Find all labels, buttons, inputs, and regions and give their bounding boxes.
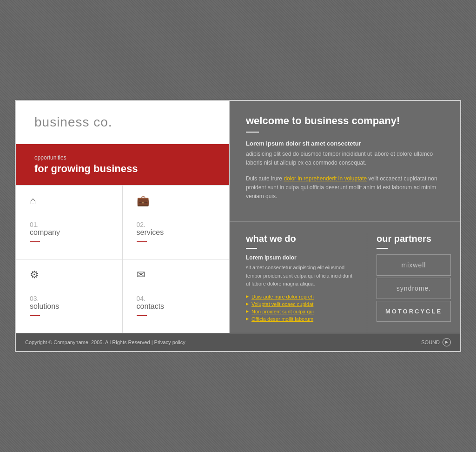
briefcase-icon: 💼 <box>137 195 149 207</box>
sound-icon[interactable]: ▶ <box>443 338 451 346</box>
partner-motorcycle[interactable]: MOTORCYCLE <box>377 301 451 322</box>
partners-title: our partners <box>377 233 451 244</box>
nav-number-1: 01. <box>30 221 39 228</box>
nav-label-2: services <box>137 228 164 237</box>
nav-underline-2 <box>137 241 147 242</box>
nav-underline-4 <box>137 315 147 316</box>
what-paragraph: sit amet consectetur adipiscing elit eiu… <box>246 264 357 288</box>
partner-mixwell[interactable]: mixwell <box>377 254 451 276</box>
gear-icon: ⚙ <box>30 269 39 281</box>
nav-item-solutions[interactable]: ⚙ 03. solutions <box>16 259 123 333</box>
main-container: business co. opportunities for growing b… <box>15 100 461 352</box>
sound-label: SOUND <box>421 339 440 345</box>
what-link-1[interactable]: Duis aute irure dolor repreh <box>251 294 314 299</box>
what-link-item-3: Non proident sunt culpa qui <box>246 309 357 314</box>
nav-item-contacts[interactable]: ✉ 04. contacts <box>123 259 230 333</box>
what-bold: Lorem ipsum dolor <box>246 254 357 261</box>
content-area: business co. opportunities for growing b… <box>16 101 460 333</box>
welcome-divider <box>246 132 259 133</box>
what-we-do-title: what we do <box>246 233 357 244</box>
nav-underline-1 <box>30 241 40 242</box>
para2-pre: Duis aute irure <box>246 175 284 182</box>
what-link-2[interactable]: Voluptat velit ocaec cupidat <box>251 301 313 307</box>
footer: Copyright © Companyname, 2005. All Right… <box>16 333 460 351</box>
welcome-bold: Lorem ipsum dolor sit amet consectetur <box>246 140 444 147</box>
logo-area: business co. <box>16 101 229 144</box>
nav-number-4: 04. <box>137 295 145 302</box>
nav-number-2: 02. <box>137 221 145 228</box>
nav-label-4: contacts <box>137 302 165 311</box>
banner-subtitle: opportunities <box>34 154 211 161</box>
what-we-do-divider <box>246 248 257 249</box>
footer-sound[interactable]: SOUND ▶ <box>421 338 451 346</box>
nav-label-1: company <box>30 228 60 237</box>
logo-text: business co. <box>34 115 112 129</box>
welcome-section: welcome to business company! Lorem ipsum… <box>230 101 460 222</box>
what-link-item-4: Officia deser mollit laborum <box>246 316 357 322</box>
bottom-section: what we do Lorem ipsum dolor sit amet co… <box>230 222 460 333</box>
nav-underline-3 <box>30 315 40 316</box>
partner-syndrome[interactable]: syndrome. <box>377 278 451 299</box>
what-links-list: Duis aute irure dolor repreh Voluptat ve… <box>246 294 357 322</box>
what-link-item-2: Voluptat velit ocaec cupidat <box>246 301 357 307</box>
nav-item-company[interactable]: ⌂ 01. company <box>16 186 123 259</box>
nav-grid: ⌂ 01. company 💼 02. services ⚙ 03. solut… <box>16 186 229 333</box>
footer-copyright: Copyright © Companyname, 2005. All Right… <box>25 339 185 345</box>
nav-label-3: solutions <box>30 302 59 311</box>
partner-boxes: mixwell syndrome. MOTORCYCLE <box>377 254 451 322</box>
what-link-4[interactable]: Officia deser mollit laborum <box>251 316 313 322</box>
right-panel: welcome to business company! Lorem ipsum… <box>230 101 460 333</box>
what-link-3[interactable]: Non proident sunt culpa qui <box>251 309 314 314</box>
home-icon: ⌂ <box>30 195 36 207</box>
welcome-title: welcome to business company! <box>246 115 444 127</box>
nav-item-services[interactable]: 💼 02. services <box>123 186 230 259</box>
what-we-do-section: what we do Lorem ipsum dolor sit amet co… <box>230 233 367 333</box>
nav-number-3: 03. <box>30 295 39 302</box>
banner-main: for growing business <box>34 163 211 175</box>
partners-section: our partners mixwell syndrome. MOTORCYCL… <box>367 233 460 333</box>
left-panel: business co. opportunities for growing b… <box>16 101 230 333</box>
para2-link[interactable]: dolor in reprehenderit in voluptate <box>284 175 367 182</box>
welcome-paragraph1: adipisicing elit sed do eiusmod tempor i… <box>246 150 444 167</box>
mail-icon: ✉ <box>137 269 145 281</box>
banner-area: opportunities for growing business <box>16 144 229 186</box>
partners-divider <box>377 248 388 249</box>
copyright-text: Copyright © Companyname, 2005. All Right… <box>25 339 185 345</box>
what-link-item-1: Duis aute irure dolor repreh <box>246 294 357 299</box>
welcome-paragraph2: Duis aute irure dolor in reprehenderit i… <box>246 174 444 201</box>
